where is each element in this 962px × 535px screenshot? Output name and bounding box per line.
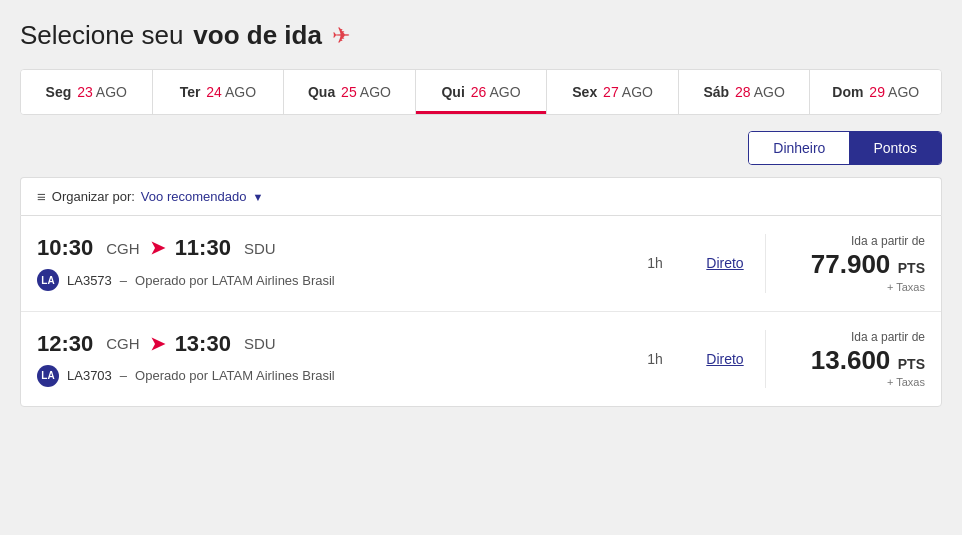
sort-label: Organizar por: (52, 189, 135, 204)
sort-icon: ≡ (37, 188, 46, 205)
price-label: Ida a partir de (786, 234, 925, 248)
flight-number: LA3703 (67, 368, 112, 383)
title-bold: voo de ida (193, 20, 322, 51)
day-num: 29 (869, 84, 885, 100)
price-section: Ida a partir de 13.600 PTS + Taxas (765, 330, 925, 389)
flight-type-link[interactable]: Direto (706, 255, 743, 271)
flight-meta: LA LA3573 – Operado por LATAM Airlines B… (37, 269, 605, 291)
arrive-time: 11:30 (175, 235, 231, 261)
price-row: 13.600 PTS (786, 346, 925, 375)
day-abbr: Qua (308, 84, 339, 100)
depart-airport: CGH (106, 335, 139, 352)
flight-duration: 1h (625, 351, 685, 367)
day-abbr: Qui (441, 84, 468, 100)
operator: Operado por LATAM Airlines Brasil (135, 368, 335, 383)
arrive-airport: SDU (244, 240, 276, 257)
date-tab-ter24[interactable]: Ter 24 AGO (153, 70, 285, 114)
flight-meta: LA LA3703 – Operado por LATAM Airlines B… (37, 365, 605, 387)
date-tab-sab28[interactable]: Sáb 28 AGO (679, 70, 811, 114)
month: AGO (96, 84, 127, 100)
arrow-icon: ➤ (150, 237, 165, 259)
flight-type: Direto (685, 254, 765, 272)
price-tax: + Taxas (786, 376, 925, 388)
airline-logo: LA (37, 269, 59, 291)
sort-value[interactable]: Voo recomendado (141, 189, 247, 204)
month: AGO (225, 84, 256, 100)
depart-time: 10:30 (37, 235, 93, 261)
day-num: 27 (603, 84, 619, 100)
flight-list: 10:30 CGH ➤ 11:30 SDU LA LA3573 – Operad… (20, 215, 942, 407)
day-abbr: Dom (832, 84, 867, 100)
flight-info: 12:30 CGH ➤ 13:30 SDU LA LA3703 – Operad… (37, 331, 625, 387)
day-num: 24 (206, 84, 222, 100)
date-tab-qua25[interactable]: Qua 25 AGO (284, 70, 416, 114)
price-label: Ida a partir de (786, 330, 925, 344)
arrow-icon: ➤ (150, 333, 165, 355)
operator: Operado por LATAM Airlines Brasil (135, 273, 335, 288)
price-tax: + Taxas (786, 281, 925, 293)
flight-duration: 1h (625, 255, 685, 271)
day-num: 28 (735, 84, 751, 100)
price-value: 77.900 (811, 249, 891, 279)
toggle-dinheiro[interactable]: Dinheiro (749, 132, 849, 164)
day-num: 23 (77, 84, 93, 100)
day-abbr: Sex (572, 84, 601, 100)
day-num: 25 (341, 84, 357, 100)
title-prefix: Selecione seu (20, 20, 183, 51)
month: AGO (888, 84, 919, 100)
day-num: 26 (471, 84, 487, 100)
date-tab-sex27[interactable]: Sex 27 AGO (547, 70, 679, 114)
chevron-down-icon: ▼ (252, 191, 263, 203)
price-currency: PTS (898, 356, 925, 372)
flight-info: 10:30 CGH ➤ 11:30 SDU LA LA3573 – Operad… (37, 235, 625, 291)
price-currency: PTS (898, 260, 925, 276)
operator-separator: – (120, 368, 127, 383)
flight-card[interactable]: 12:30 CGH ➤ 13:30 SDU LA LA3703 – Operad… (21, 312, 941, 407)
day-abbr: Sáb (703, 84, 733, 100)
flight-card[interactable]: 10:30 CGH ➤ 11:30 SDU LA LA3573 – Operad… (21, 216, 941, 312)
flight-number: LA3573 (67, 273, 112, 288)
flight-times: 10:30 CGH ➤ 11:30 SDU (37, 235, 605, 261)
month: AGO (489, 84, 520, 100)
toggle-row: Dinheiro Pontos (20, 131, 942, 165)
date-tab-qui26[interactable]: Qui 26 AGO (416, 70, 548, 114)
date-tab-dom29[interactable]: Dom 29 AGO (810, 70, 941, 114)
airline-logo: LA (37, 365, 59, 387)
day-abbr: Ter (180, 84, 205, 100)
operator-separator: – (120, 273, 127, 288)
depart-time: 12:30 (37, 331, 93, 357)
page-title: Selecione seu voo de ida ✈ (20, 20, 942, 51)
arrive-airport: SDU (244, 335, 276, 352)
month: AGO (754, 84, 785, 100)
flight-type: Direto (685, 350, 765, 368)
date-tabs: Seg 23 AGOTer 24 AGOQua 25 AGOQui 26 AGO… (20, 69, 942, 115)
price-section: Ida a partir de 77.900 PTS + Taxas (765, 234, 925, 293)
arrive-time: 13:30 (175, 331, 231, 357)
page-container: Selecione seu voo de ida ✈ Seg 23 AGOTer… (20, 20, 942, 407)
date-tab-seg23[interactable]: Seg 23 AGO (21, 70, 153, 114)
toggle-pontos[interactable]: Pontos (849, 132, 941, 164)
flight-times: 12:30 CGH ➤ 13:30 SDU (37, 331, 605, 357)
plane-icon: ✈ (332, 23, 350, 49)
flight-type-link[interactable]: Direto (706, 351, 743, 367)
depart-airport: CGH (106, 240, 139, 257)
toggle-group: Dinheiro Pontos (748, 131, 942, 165)
month: AGO (622, 84, 653, 100)
month: AGO (360, 84, 391, 100)
day-abbr: Seg (46, 84, 76, 100)
price-row: 77.900 PTS (786, 250, 925, 279)
price-value: 13.600 (811, 345, 891, 375)
sort-bar: ≡ Organizar por: Voo recomendado ▼ (20, 177, 942, 215)
